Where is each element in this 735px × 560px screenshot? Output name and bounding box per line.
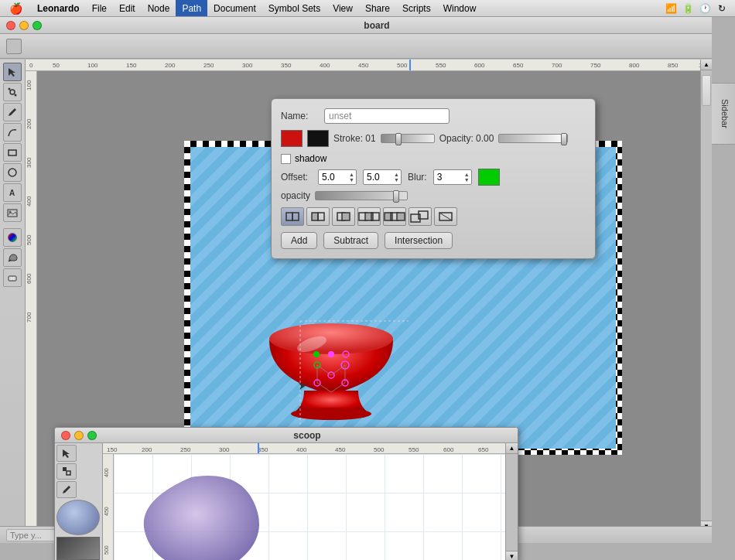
offset-x-value: 5.0	[320, 172, 335, 183]
stroke-slider[interactable]	[381, 134, 435, 143]
offset-x-arrows[interactable]: ▲ ▼	[349, 172, 354, 183]
tool-image[interactable]	[3, 203, 22, 222]
offset-y-arrows[interactable]: ▲ ▼	[394, 172, 399, 183]
blur-arrows[interactable]: ▲ ▼	[464, 172, 470, 183]
scoop-scrollbar-v[interactable]: ▲ ▼ Sidebar	[505, 443, 518, 560]
scoop-circle-tool[interactable]	[56, 500, 100, 535]
svg-text:250: 250	[180, 446, 191, 453]
menubar-view[interactable]: View	[326, 0, 359, 16]
tool-text[interactable]: A	[3, 183, 22, 202]
svg-text:700: 700	[26, 312, 32, 323]
svg-rect-55	[292, 213, 299, 220]
clip-btn-6[interactable]	[409, 207, 432, 226]
menubar-app-name[interactable]: Leonardo	[31, 0, 86, 16]
scoop-ruler-h-marker	[258, 443, 259, 453]
scoop-scroll-down[interactable]: ▼	[506, 551, 518, 560]
properties-dialog: Name: Stroke: 01 Opacity: 0.00 sha	[271, 98, 596, 259]
clip-btn-5[interactable]	[383, 207, 406, 226]
clip-btn-3[interactable]	[332, 207, 355, 226]
menubar-document[interactable]: Document	[207, 0, 262, 16]
opacity-slider-thumb[interactable]	[561, 133, 567, 145]
fill-color-swatch[interactable]	[281, 130, 303, 147]
menubar-file[interactable]: File	[86, 0, 113, 16]
offset-x-input[interactable]: 5.0 ▲ ▼	[318, 169, 357, 185]
scoop-maximize-button[interactable]	[87, 431, 97, 440]
close-button[interactable]	[6, 21, 15, 30]
blur-down[interactable]: ▼	[464, 177, 470, 183]
sidebar-tab[interactable]: Sidebar	[712, 83, 735, 145]
toolbar-arrow-btn[interactable]	[6, 39, 22, 54]
scoop-tool-node[interactable]	[56, 463, 77, 480]
scoop-close-button[interactable]	[61, 431, 70, 440]
scrollbar-thumb-v[interactable]	[702, 75, 711, 106]
svg-text:600: 600	[26, 273, 32, 284]
svg-text:700: 700	[552, 62, 562, 69]
stroke-label: Stroke: 01	[333, 133, 376, 144]
shadow-opacity-thumb[interactable]	[393, 190, 399, 203]
offset-y-down[interactable]: ▼	[394, 177, 399, 183]
add-button[interactable]: Add	[281, 232, 317, 249]
offset-y-value: 5.0	[365, 172, 380, 183]
offset-x-up[interactable]: ▲	[349, 172, 354, 177]
menubar-share[interactable]: Share	[359, 0, 396, 16]
scrollbar-up-arrow[interactable]: ▲	[701, 60, 712, 70]
shadow-checkbox[interactable]	[281, 154, 291, 164]
svg-point-35	[269, 323, 393, 354]
clip-btn-4[interactable]	[357, 207, 381, 226]
shadow-color-swatch[interactable]	[478, 169, 500, 186]
blur-input[interactable]: 3 ▲ ▼	[433, 169, 472, 185]
tool-eraser[interactable]	[3, 268, 22, 287]
scoop-tool-pen[interactable]	[56, 481, 77, 498]
scoop-scroll-up[interactable]: ▲	[506, 443, 518, 454]
tool-node[interactable]	[3, 83, 22, 101]
tool-circle[interactable]	[3, 163, 22, 182]
minimize-button[interactable]	[19, 21, 29, 30]
scrollbar-vertical[interactable]: ▲ ▼ Sidebar	[700, 60, 712, 531]
intersection-button[interactable]: Intersection	[385, 232, 453, 249]
refresh-icon[interactable]: ↻	[715, 2, 729, 15]
shadow-opacity-slider[interactable]	[315, 191, 408, 200]
tool-arrow[interactable]	[3, 63, 22, 81]
scoop-tool-panel	[55, 443, 103, 560]
blur-up[interactable]: ▲	[464, 172, 470, 177]
tool-fill[interactable]	[3, 248, 22, 267]
menubar-path[interactable]: Path	[176, 0, 207, 16]
clip-btn-1[interactable]	[281, 207, 304, 226]
clip-btn-2[interactable]	[306, 207, 330, 226]
tool-bezier[interactable]	[3, 123, 22, 142]
menubar-edit[interactable]: Edit	[113, 0, 142, 16]
subtract-button[interactable]: Subtract	[323, 232, 378, 249]
menubar-window[interactable]: Window	[437, 0, 483, 16]
maximize-button[interactable]	[32, 21, 42, 30]
svg-line-69	[439, 213, 452, 220]
svg-text:200: 200	[165, 62, 176, 69]
scoop-rect-tool[interactable]	[56, 537, 100, 560]
action-buttons-row: Add Subtract Intersection	[281, 232, 586, 249]
menubar-node[interactable]: Node	[142, 0, 176, 16]
offset-y-up[interactable]: ▲	[394, 172, 399, 177]
offset-x-down[interactable]: ▼	[349, 177, 354, 183]
opacity-slider[interactable]	[498, 134, 568, 143]
apple-menu[interactable]: 🍎	[0, 2, 31, 15]
wifi-icon[interactable]: 📶	[664, 2, 678, 15]
tool-rect[interactable]	[3, 143, 22, 162]
scoop-tool-arrow[interactable]	[56, 445, 77, 462]
tool-color[interactable]	[3, 228, 22, 247]
svg-text:750: 750	[590, 62, 601, 69]
scoop-window-title: scoop	[97, 430, 518, 441]
name-input[interactable]	[324, 108, 450, 124]
scoop-sidebar-tab[interactable]: Sidebar	[518, 459, 518, 513]
tool-pen[interactable]	[3, 103, 22, 121]
scoop-minimize-button[interactable]	[74, 431, 84, 440]
scoop-drawing-area[interactable]	[114, 454, 505, 560]
stroke-color-swatch[interactable]	[307, 130, 329, 147]
svg-text:450: 450	[335, 446, 346, 453]
svg-text:500: 500	[397, 62, 408, 69]
battery-icon[interactable]: 🔋	[681, 2, 695, 15]
menubar-scripts[interactable]: Scripts	[396, 0, 437, 16]
stroke-slider-thumb[interactable]	[395, 133, 402, 145]
menubar-symbolsets[interactable]: Symbol Sets	[262, 0, 326, 16]
offset-y-input[interactable]: 5.0 ▲ ▼	[363, 169, 402, 185]
clip-btn-7[interactable]	[434, 207, 457, 226]
svg-text:300: 300	[26, 157, 32, 168]
